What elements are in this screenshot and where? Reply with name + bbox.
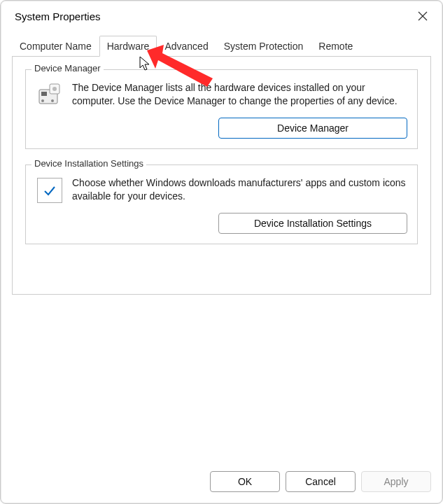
device-install-settings-button[interactable]: Device Installation Settings [218,213,407,234]
window-title: System Properties [15,10,101,22]
device-manager-desc: The Device Manager lists all the hardwar… [72,81,407,108]
system-properties-window: System Properties Computer Name Hardware… [0,0,443,504]
close-icon [418,11,428,21]
ok-button[interactable]: OK [210,471,280,492]
cancel-button[interactable]: Cancel [286,471,356,492]
device-install-desc: Choose whether Windows downloads manufac… [72,176,407,203]
tab-remote[interactable]: Remote [311,36,360,56]
device-manager-button-row: Device Manager [36,118,407,139]
device-manager-icon [36,81,64,108]
device-manager-button[interactable]: Device Manager [218,118,407,139]
apply-button[interactable]: Apply [361,471,431,492]
tab-container: Computer Name Hardware Advanced System P… [1,36,442,295]
svg-point-6 [41,99,44,102]
checkbox-icon [37,178,62,203]
tab-computer-name[interactable]: Computer Name [12,36,99,56]
close-button[interactable] [413,6,433,26]
device-install-button-row: Device Installation Settings [36,213,407,234]
device-manager-group: Device Manager The Device Manager lists … [25,69,418,149]
device-install-group: Device Installation Settings Choose whet… [25,164,418,244]
titlebar: System Properties [1,1,442,30]
hardware-tab-panel: Device Manager The Device Manager lists … [12,57,431,295]
svg-point-5 [52,87,57,91]
svg-point-7 [51,99,54,102]
device-manager-content: The Device Manager lists all the hardwar… [36,81,407,108]
svg-rect-3 [41,92,47,96]
tab-system-protection[interactable]: System Protection [216,36,311,56]
device-install-icon-slot [36,176,64,203]
device-install-group-title: Device Installation Settings [31,158,146,169]
dialog-footer: OK Cancel Apply [1,463,442,503]
device-manager-group-title: Device Manager [31,63,104,74]
device-install-content: Choose whether Windows downloads manufac… [36,176,407,203]
tab-hardware[interactable]: Hardware [99,36,157,57]
checkmark-icon [43,183,57,197]
tab-strip: Computer Name Hardware Advanced System P… [12,36,431,57]
tab-advanced[interactable]: Advanced [157,36,216,56]
